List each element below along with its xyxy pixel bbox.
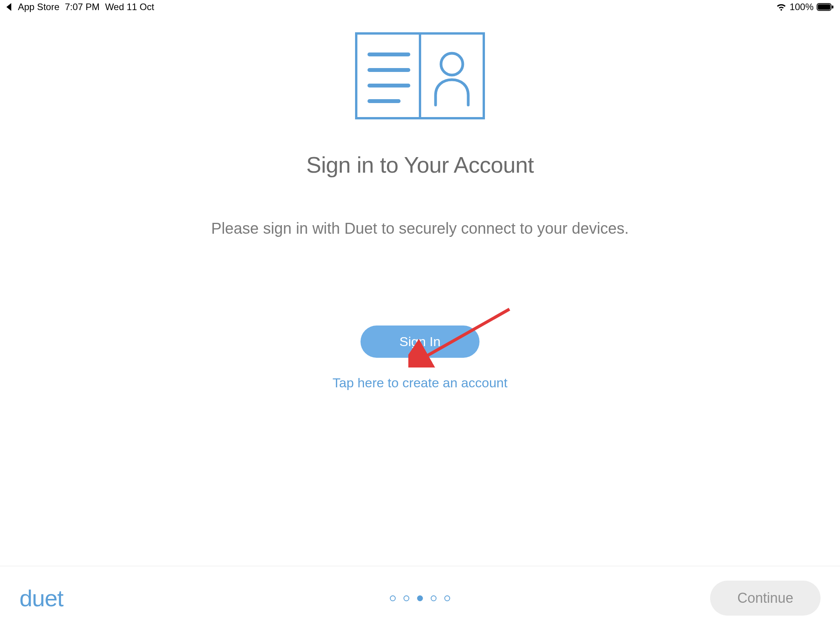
- svg-rect-1: [818, 4, 830, 10]
- page-description: Please sign in with Duet to securely con…: [211, 217, 629, 240]
- battery-icon: [817, 3, 834, 11]
- status-bar: App Store 7:07 PM Wed 11 Oct 100%: [0, 0, 840, 14]
- page-dot-2[interactable]: [404, 595, 410, 601]
- page-title: Sign in to Your Account: [306, 152, 534, 178]
- account-book-illustration: [354, 31, 486, 121]
- page-dot-5[interactable]: [444, 595, 450, 601]
- main-content: Sign in to Your Account Please sign in w…: [0, 23, 840, 564]
- back-chevron-icon[interactable]: [6, 3, 12, 11]
- create-account-link[interactable]: Tap here to create an account: [332, 375, 508, 390]
- battery-percent: 100%: [790, 2, 814, 12]
- svg-point-9: [441, 53, 463, 75]
- status-date: Wed 11 Oct: [105, 2, 154, 12]
- page-indicator: [390, 595, 450, 601]
- wifi-icon: [776, 3, 787, 11]
- page-dot-4[interactable]: [431, 595, 437, 601]
- svg-rect-2: [832, 5, 833, 9]
- status-bar-right: 100%: [776, 2, 834, 12]
- back-app-label[interactable]: App Store: [18, 2, 60, 12]
- status-bar-left: App Store 7:07 PM Wed 11 Oct: [6, 2, 154, 12]
- status-time: 7:07 PM: [65, 2, 100, 12]
- page-dot-1[interactable]: [390, 595, 396, 601]
- bottom-bar: duet Continue: [0, 566, 840, 630]
- page-dot-3[interactable]: [417, 595, 423, 601]
- continue-button[interactable]: Continue: [710, 581, 821, 616]
- app-logo: duet: [19, 585, 63, 612]
- sign-in-button[interactable]: Sign In: [360, 326, 480, 358]
